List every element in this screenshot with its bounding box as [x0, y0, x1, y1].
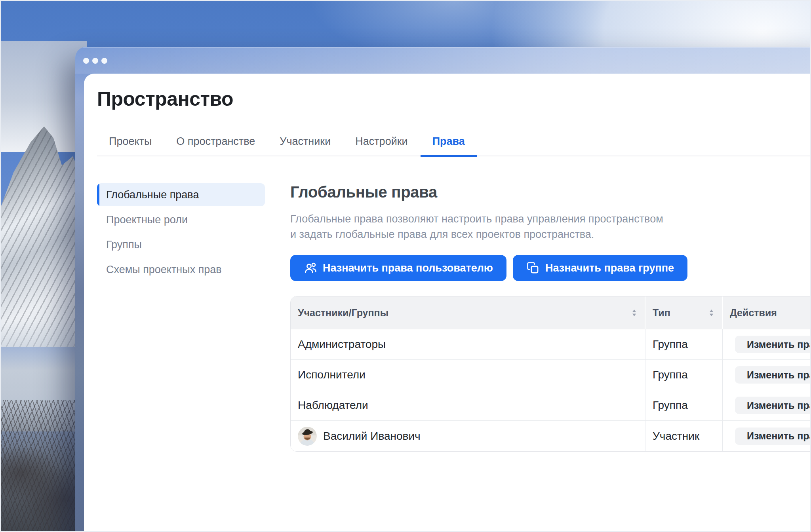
member-type-cell: Группа — [645, 329, 723, 359]
app-panel: Пространство ПроектыО пространствеУчастн… — [84, 74, 811, 532]
member-name-cell: Администраторы — [291, 329, 645, 359]
member-action-cell: Изменить права — [723, 390, 811, 420]
member-name-cell: Исполнители — [291, 360, 645, 390]
member-action-cell: Изменить права — [723, 360, 811, 390]
sidebar-item-2[interactable]: Проектные роли — [97, 208, 265, 231]
trees-background — [0, 400, 85, 532]
member-name: Василий Иванович — [323, 430, 421, 443]
column-header-members[interactable]: Участники/Группы — [291, 296, 645, 329]
sidebar-item-1[interactable]: Глобальные права — [97, 183, 265, 206]
tabs: ПроектыО пространствеУчастникиНастройкиП… — [97, 135, 811, 156]
tab-5[interactable]: Права — [421, 135, 477, 157]
table-row: ИсполнителиГруппаИзменить права — [291, 360, 811, 390]
edit-rights-button[interactable]: Изменить права — [735, 428, 811, 445]
active-indicator-bar — [97, 183, 99, 206]
tab-3[interactable]: Участники — [268, 135, 343, 157]
edit-rights-button[interactable]: Изменить права — [735, 397, 811, 414]
member-name: Наблюдатели — [298, 399, 368, 412]
window-controls[interactable] — [83, 58, 107, 64]
table-header: Участники/Группы Тип — [291, 296, 811, 329]
sidebar-item-label: Схемы проектных прав — [106, 264, 222, 276]
member-name-cell: Наблюдатели — [291, 390, 645, 420]
member-type-cell: Группа — [645, 360, 723, 390]
tab-2[interactable]: О пространстве — [164, 135, 267, 157]
column-header-label: Действия — [730, 307, 777, 319]
window-dot-icon[interactable] — [92, 58, 98, 64]
user-avatar — [298, 427, 317, 446]
column-header-label: Тип — [653, 307, 670, 319]
copy-icon — [526, 261, 540, 275]
sort-icon — [709, 309, 714, 317]
table-row: Василий ИвановичУчастникИзменить права — [291, 421, 811, 451]
sidebar-item-label: Группы — [106, 239, 142, 251]
member-name: Исполнители — [298, 369, 366, 381]
member-type: Участник — [653, 430, 699, 443]
sidebar-item-3[interactable]: Группы — [97, 233, 265, 256]
table-row: НаблюдателиГруппаИзменить права — [291, 390, 811, 421]
edit-rights-button[interactable]: Изменить права — [735, 366, 811, 384]
rights-table: Участники/Группы Тип — [290, 296, 811, 452]
table-body: АдминистраторыГруппаИзменить праваИсполн… — [291, 329, 811, 451]
column-header-type[interactable]: Тип — [645, 296, 723, 329]
edit-rights-button[interactable]: Изменить права — [735, 336, 811, 353]
main-content: Глобальные права Глобальные права позвол… — [290, 183, 811, 452]
window-titlebar — [75, 47, 811, 74]
member-type-cell: Участник — [645, 421, 723, 451]
window-dot-icon[interactable] — [101, 58, 107, 64]
settings-side-nav: Глобальные праваПроектные ролиГруппыСхем… — [97, 183, 265, 283]
sidebar-item-label: Проектные роли — [106, 214, 188, 226]
tab-4[interactable]: Настройки — [343, 135, 419, 157]
member-action-cell: Изменить права — [723, 329, 811, 359]
column-header-actions: Действия — [723, 296, 811, 329]
member-type: Группа — [653, 369, 688, 381]
member-name-cell: Василий Иванович — [291, 421, 645, 451]
page-title: Пространство — [97, 88, 811, 110]
member-type: Группа — [653, 338, 688, 351]
action-buttons: Назначить права пользователю Назначить п… — [290, 255, 811, 281]
browser-window: Пространство ПроектыО пространствеУчастн… — [75, 47, 811, 532]
assign-rights-user-label: Назначить права пользователю — [323, 262, 493, 274]
assign-rights-group-label: Назначить права группе — [545, 262, 674, 274]
member-type: Группа — [653, 399, 688, 412]
member-type-cell: Группа — [645, 390, 723, 420]
users-icon — [304, 261, 317, 275]
sort-icon — [632, 309, 637, 317]
sidebar-item-label: Глобальные права — [106, 189, 199, 201]
window-dot-icon[interactable] — [83, 58, 89, 64]
column-header-label: Участники/Группы — [298, 307, 388, 319]
section-description-line: и задать глобальные права для всех проек… — [290, 227, 811, 242]
assign-rights-user-button[interactable]: Назначить права пользователю — [290, 255, 506, 281]
member-action-cell: Изменить права — [723, 421, 811, 451]
table-row: АдминистраторыГруппаИзменить права — [291, 329, 811, 360]
member-name: Администраторы — [298, 338, 386, 351]
section-description: Глобальные права позволяют настроить пра… — [290, 211, 811, 242]
section-description-line: Глобальные права позволяют настроить пра… — [290, 211, 811, 227]
assign-rights-group-button[interactable]: Назначить права группе — [513, 255, 687, 281]
tab-1[interactable]: Проекты — [97, 135, 164, 157]
sidebar-item-4[interactable]: Схемы проектных прав — [97, 258, 265, 281]
section-title: Глобальные права — [290, 183, 811, 201]
